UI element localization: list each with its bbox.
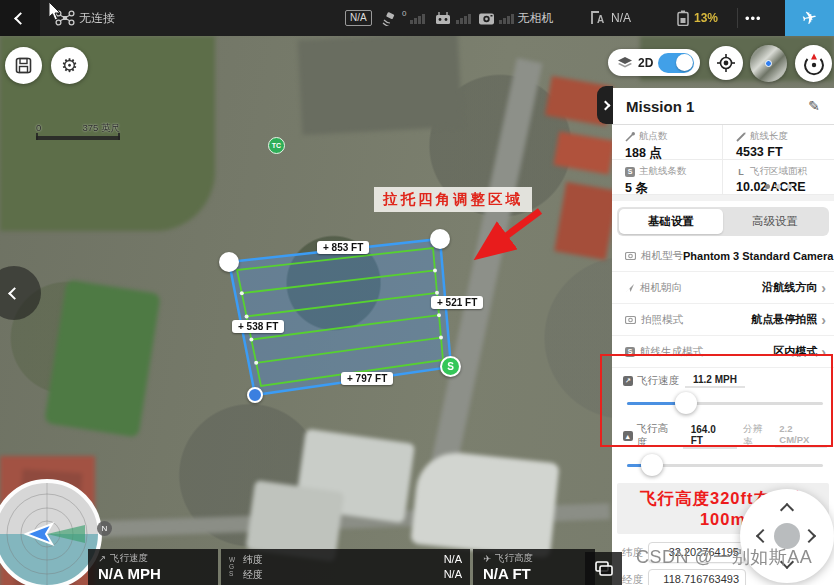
toggle-knob [676, 54, 693, 71]
flight-speed-slider[interactable] [627, 392, 823, 414]
chevron-right-icon [600, 100, 610, 110]
rc-signal-bars [456, 13, 471, 24]
setting-camera-model[interactable]: 相机型号 Phantom 3 Standard Camera › [612, 240, 834, 272]
compass-button[interactable] [795, 45, 832, 82]
locate-button[interactable] [709, 46, 743, 80]
remote-controller-icon [434, 11, 452, 25]
corner-handle[interactable] [430, 229, 450, 249]
top-status-bar: 无连接 N/A 0 无相机 A N/A 13% ••• ✈ [0, 0, 834, 36]
waypoint-icon [625, 132, 635, 142]
flight-mode-icon: A [590, 10, 607, 26]
tab-advanced-settings[interactable]: 高级设置 [723, 209, 827, 234]
map-texture [410, 449, 559, 558]
battery-status[interactable]: 13% [676, 0, 718, 36]
airplane-icon: ✈ [800, 6, 819, 31]
view-mode-control[interactable]: 2D [608, 49, 700, 76]
scale-bar-line [36, 136, 120, 140]
slider-knob[interactable] [641, 454, 663, 476]
map-marker-tc: TC [268, 137, 285, 154]
edge-distance-label[interactable]: + 797 FT [341, 372, 393, 385]
gps-status[interactable]: 0 [381, 0, 425, 36]
chevron-right-icon: › [821, 312, 826, 328]
start-point-marker[interactable]: S [440, 356, 461, 377]
chevron-right-icon: › [821, 344, 826, 360]
stats-page-dots[interactable] [765, 184, 792, 189]
corner-handle[interactable] [219, 252, 239, 272]
battery-percent: 13% [694, 11, 718, 25]
chevron-right-icon: › [821, 280, 826, 296]
edge-distance-label[interactable]: + 521 FT [431, 296, 483, 309]
gps-count: 0 [402, 9, 406, 18]
save-mission-button[interactable] [5, 47, 42, 84]
setting-camera-heading[interactable]: 相机朝向 沿航线方向 › [612, 272, 834, 304]
flight-speed-setting: ↗飞行速度 11.2 MPH [612, 368, 834, 416]
resolution-label: 分辨率 [743, 423, 770, 449]
more-menu-button[interactable]: ••• [745, 0, 762, 36]
camera-icon [478, 12, 495, 25]
edge-distance-label[interactable]: + 538 FT [232, 320, 284, 333]
edge-distance-label[interactable]: + 853 FT [317, 241, 369, 254]
aircraft-status[interactable]: 无连接 [55, 0, 115, 36]
speed-arrow-icon: ↗ [98, 553, 106, 564]
rc-status[interactable] [434, 0, 471, 36]
slider-knob[interactable] [675, 392, 697, 414]
camera-signal-bars [499, 13, 514, 24]
save-icon [15, 57, 32, 74]
back-button[interactable] [0, 0, 40, 36]
2d-toggle[interactable] [658, 53, 694, 73]
flight-altitude-setting: ▲飞行高度 164.0 FT 分辨率2.2 CM/PX [612, 416, 834, 478]
mission-stats: 航点数 188 点 航线长度 4533 FT S主航线条数 5 条 L飞行区域面… [612, 125, 834, 201]
nudge-up-icon[interactable] [780, 503, 794, 517]
telemetry-speed-label: 飞行速度 [110, 552, 148, 565]
telemetry-altitude: ✈飞行高度 N/A FT [473, 549, 595, 585]
topbar-divider [737, 8, 738, 28]
flight-altitude-value: 164.0 FT [683, 424, 737, 449]
setting-photo-mode[interactable]: 拍照模式 航点悬停拍照 › [612, 304, 834, 336]
camera-status[interactable]: 无相机 [478, 0, 554, 36]
flight-altitude-slider[interactable] [627, 454, 823, 476]
lat-label: 纬度 [243, 552, 263, 567]
takeoff-button[interactable]: ✈ [785, 0, 834, 36]
speed-icon: ↗ [623, 376, 633, 386]
edit-mission-icon[interactable]: ✎ [808, 98, 820, 114]
corner-handle-selected[interactable] [247, 387, 263, 403]
panel-collapse-button[interactable] [597, 86, 613, 124]
gear-icon: ⚙ [61, 54, 78, 77]
resolution-value: 2.2 CM/PX [775, 423, 827, 448]
connection-status: 无连接 [79, 10, 115, 27]
nudge-left-icon[interactable] [756, 529, 770, 543]
setting-route-mode[interactable]: S 航线生成模式 区内模式 › [612, 336, 834, 368]
lat-value: N/A [444, 552, 462, 567]
mouse-cursor [48, 2, 62, 22]
camera-icon [625, 251, 636, 260]
s-route-icon: S [625, 347, 635, 357]
svg-text:A: A [597, 14, 604, 25]
settings-tabs: 基础设置 高级设置 [617, 207, 829, 236]
stat-route-length: 航线长度 4533 FT [723, 125, 834, 160]
map-layers-icon [594, 560, 614, 578]
telemetry-position: WGS 纬度N/A 经度N/A [221, 549, 470, 585]
telemetry-speed-value: N/A MPH [98, 565, 210, 582]
flightmode-status[interactable]: A N/A [590, 0, 631, 36]
stat-waypoints: 航点数 188 点 [612, 125, 723, 160]
pen-icon [736, 132, 746, 142]
chevron-left-icon [14, 12, 27, 25]
map-texture [298, 32, 463, 135]
lng-value: N/A [444, 567, 462, 582]
camera-icon [625, 315, 636, 324]
mission-title: Mission 1 [626, 98, 808, 115]
longitude-field[interactable]: 118.716763493 [648, 569, 746, 585]
wgs-label: WGS [229, 556, 237, 582]
nudge-right-icon[interactable] [802, 529, 816, 543]
stat-area: L飞行区域面积 10.02 ACRE [723, 160, 834, 195]
map-scale-bar: 0 375 英尺 [36, 122, 120, 140]
settings-button[interactable]: ⚙ [51, 47, 88, 84]
map-texture [554, 182, 617, 260]
tab-basic-settings[interactable]: 基础设置 [619, 209, 723, 234]
layers-icon [617, 56, 633, 70]
drag-corners-annotation: 拉托四角调整区域 [374, 187, 532, 212]
minimap-location-dot [765, 60, 772, 67]
map-type-button[interactable] [585, 552, 622, 585]
gps-signal-bars [410, 13, 425, 24]
minimap-button[interactable] [750, 45, 787, 82]
